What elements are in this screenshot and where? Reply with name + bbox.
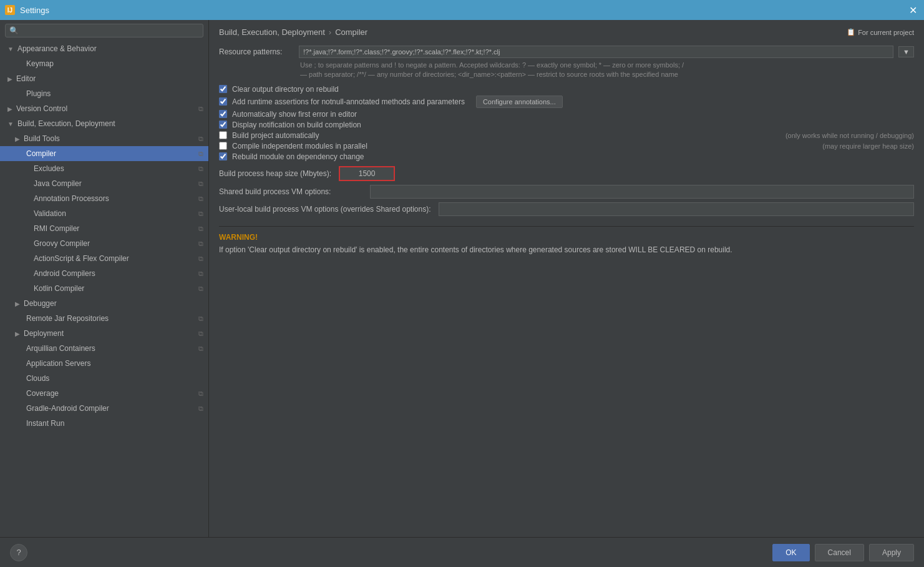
search-box[interactable]: 🔍 [5,24,203,37]
resource-patterns-expand-button[interactable]: ▼ [898,46,914,57]
copy-icon: ⧉ [198,315,203,323]
checkbox-show-first-error: Automatically show first error in editor [219,110,914,119]
project-label: For current project [858,29,914,36]
checkbox-rebuild-dependency-label: Rebuild module on dependency change [232,152,364,161]
sidebar-item-validation[interactable]: Validation⧉ [0,206,208,221]
sidebar-item-rmi-compiler[interactable]: RMI Compiler⧉ [0,221,208,236]
resource-patterns-label: Resource patterns: [219,47,294,56]
sidebar-item-label: Debugger [24,299,57,308]
app-icon: IJ [5,5,15,15]
warning-text: If option 'Clear output directory on reb… [219,244,914,255]
heap-size-row: Build process heap size (Mbytes): [219,166,914,181]
sidebar-item-clouds[interactable]: Clouds [0,371,208,386]
checkbox-build-automatically-input[interactable] [219,131,227,139]
chevron-icon: ▼ [7,121,14,127]
checkbox-clear-output-label: Clear output directory on rebuild [232,85,339,94]
sidebar-item-label: Instant Run [26,419,64,428]
chevron-icon: ▶ [15,300,20,307]
sidebar-item-label: Build, Execution, Deployment [17,119,115,128]
sidebar-item-label: Build Tools [24,134,60,143]
sidebar-item-label: Keymap [26,59,54,68]
search-icon: 🔍 [9,26,19,35]
warning-box: WARNING! If option 'Clear output directo… [219,226,914,262]
sidebar-item-coverage[interactable]: Coverage⧉ [0,386,208,401]
sidebar-item-debugger[interactable]: ▶Debugger [0,296,208,311]
sidebar-item-version-control[interactable]: ▶Version Control⧉ [0,101,208,116]
copy-icon: ⧉ [198,180,203,188]
sidebar-item-label: Annotation Processors [34,194,109,203]
sidebar-item-java-compiler[interactable]: Java Compiler⧉ [0,176,208,191]
sidebar-item-compiler[interactable]: Compiler⧉ [0,146,208,161]
bottom-bar: ? OK Cancel Apply [0,537,924,567]
breadcrumb-project: 📋 For current project [847,28,914,36]
copy-icon: ⧉ [198,150,203,158]
sidebar-item-label: Arquillian Containers [26,344,95,353]
configure-annotations-button[interactable]: Configure annotations... [476,96,563,108]
sidebar-item-kotlin-compiler[interactable]: Kotlin Compiler⧉ [0,281,208,296]
sidebar-item-label: ActionScript & Flex Compiler [34,254,129,263]
resource-patterns-row: Resource patterns: ▼ [219,46,914,58]
sidebar-item-actionscript-flex-compiler[interactable]: ActionScript & Flex Compiler⧉ [0,251,208,266]
main-layout: 🔍 ▼Appearance & BehaviorKeymap▶EditorPlu… [0,20,924,537]
sidebar-item-build-execution-deployment[interactable]: ▼Build, Execution, Deployment [0,116,208,131]
sidebar-item-label: Gradle-Android Compiler [26,404,109,413]
apply-button[interactable]: Apply [869,544,914,561]
sidebar-item-gradle-android-compiler[interactable]: Gradle-Android Compiler⧉ [0,401,208,416]
sidebar-item-label: Android Compilers [34,269,95,278]
heap-size-input[interactable] [339,166,395,181]
checkbox-build-automatically-label: Build project automatically [232,131,319,140]
checkbox-clear-output-input[interactable] [219,85,227,93]
sidebar-item-android-compilers[interactable]: Android Compilers⧉ [0,266,208,281]
copy-icon: ⧉ [198,405,203,413]
shared-vm-options-input[interactable] [370,185,914,199]
sidebar-item-remote-jar-repositories[interactable]: Remote Jar Repositories⧉ [0,311,208,326]
sidebar-item-groovy-compiler[interactable]: Groovy Compiler⧉ [0,236,208,251]
user-local-vm-options-input[interactable] [439,202,915,216]
help-button[interactable]: ? [10,544,27,561]
chevron-icon: ▶ [7,106,12,112]
sidebar-item-appearance-behavior[interactable]: ▼Appearance & Behavior [0,41,208,56]
copy-icon: ⧉ [198,210,203,218]
user-local-vm-options-label: User-local build process VM options (ove… [219,205,431,214]
copy-icon: ⧉ [198,255,203,263]
copy-icon: ⧉ [198,225,203,233]
checkbox-add-assertions: Add runtime assertions for notnull-annot… [219,96,914,108]
sidebar-item-label: Plugins [26,89,51,98]
sidebar-item-label: Groovy Compiler [34,239,90,248]
checkbox-display-notification: Display notification on build completion [219,121,914,129]
checkbox-display-notification-input[interactable] [219,121,227,129]
copy-icon: ⧉ [198,105,203,113]
project-icon: 📋 [847,28,855,36]
checkbox-compile-parallel-input[interactable] [219,142,227,150]
breadcrumb: Build, Execution, Deployment › Compiler … [219,27,914,37]
checkbox-add-assertions-input[interactable] [219,97,227,106]
copy-icon: ⧉ [198,390,203,398]
copy-icon: ⧉ [198,195,203,203]
search-input[interactable] [21,26,199,35]
content-panel: Build, Execution, Deployment › Compiler … [209,20,924,537]
sidebar-item-keymap[interactable]: Keymap [0,56,208,71]
sidebar-item-instant-run[interactable]: Instant Run [0,416,208,431]
cancel-button[interactable]: Cancel [815,544,864,561]
checkbox-rebuild-dependency-input[interactable] [219,152,227,160]
close-button[interactable]: ✕ [907,4,919,16]
user-local-vm-options-row: User-local build process VM options (ove… [219,202,914,216]
sidebar: 🔍 ▼Appearance & BehaviorKeymap▶EditorPlu… [0,20,209,537]
sidebar-item-excludes[interactable]: Excludes⧉ [0,161,208,176]
shared-vm-options-row: Shared build process VM options: [219,185,914,199]
sidebar-item-plugins[interactable]: Plugins [0,86,208,101]
sidebar-item-arquillian-containers[interactable]: Arquillian Containers⧉ [0,341,208,356]
ok-button[interactable]: OK [772,544,809,561]
sidebar-item-build-tools[interactable]: ▶Build Tools⧉ [0,131,208,146]
title-bar-left: IJ Settings [5,5,49,15]
sidebar-item-application-servers[interactable]: Application Servers [0,356,208,371]
sidebar-item-annotation-processors[interactable]: Annotation Processors⧉ [0,191,208,206]
sidebar-item-deployment[interactable]: ▶Deployment⧉ [0,326,208,341]
title-bar: IJ Settings ✕ [0,0,924,20]
sidebar-item-label: Deployment [24,329,64,338]
sidebar-item-label: Excludes [34,164,64,173]
checkbox-show-first-error-input[interactable] [219,110,227,118]
resource-patterns-input[interactable] [299,46,893,58]
sidebar-item-label: Java Compiler [34,179,82,188]
sidebar-item-editor[interactable]: ▶Editor [0,71,208,86]
